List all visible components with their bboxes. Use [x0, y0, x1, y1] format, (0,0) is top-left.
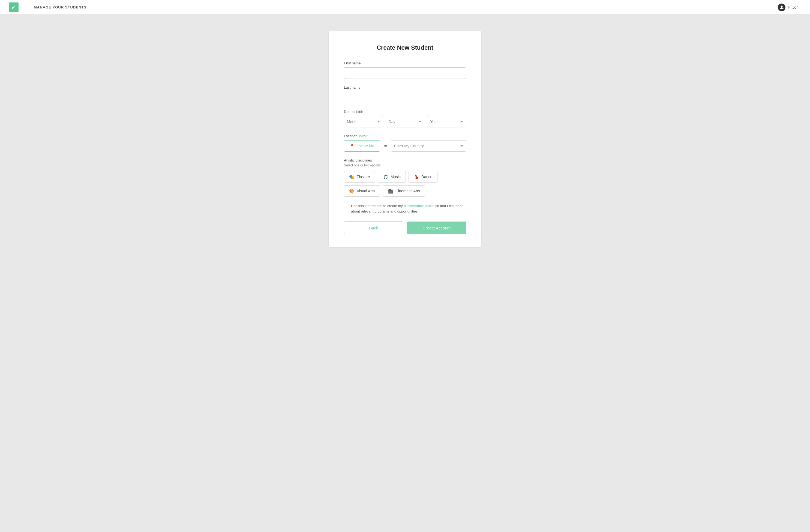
last-name-input[interactable]	[344, 92, 466, 103]
header: ✓ MANAGE YOUR STUDENTS Hi Jon ⌄	[0, 0, 810, 15]
profile-row: Use this information to create my discov…	[344, 203, 466, 214]
discipline-music[interactable]: 🎵 Music	[378, 171, 406, 182]
dob-group: Date of birth Month JanuaryFebruaryMarch…	[344, 110, 466, 127]
main-content: Create New Student First name Last name …	[0, 15, 810, 532]
location-group: Location Why? 📍 Locate Me or Enter My Co…	[344, 134, 466, 152]
create-account-button[interactable]: Create Account	[407, 222, 466, 234]
logo-area: ✓	[0, 0, 27, 15]
dance-icon: 💃	[414, 174, 419, 179]
avatar	[778, 3, 785, 11]
location-row: 📍 Locate Me or Enter My Country United S…	[344, 140, 466, 152]
disciplines-group: Artistic disciplines Select one or two o…	[344, 158, 466, 197]
discipline-dance[interactable]: 💃 Dance	[408, 171, 437, 182]
discipline-visual-arts-label: Visual Arts	[357, 189, 375, 193]
visual-arts-icon: 🎨	[349, 189, 355, 194]
logo-icon: ✓	[9, 2, 18, 12]
dob-label: Date of birth	[344, 110, 466, 114]
discipline-theatre[interactable]: 🎭 Theatre	[344, 171, 375, 182]
why-link[interactable]: Why?	[359, 134, 368, 138]
country-select[interactable]: Enter My Country United States Canada Un…	[391, 140, 466, 152]
music-icon: 🎵	[383, 174, 388, 179]
location-label: Location	[344, 134, 357, 138]
or-text: or	[384, 144, 387, 148]
dob-month-select[interactable]: Month JanuaryFebruaryMarch AprilMayJune …	[344, 116, 383, 127]
dob-day-select[interactable]: Day for(let i=1;i<=31;i++) document.writ…	[386, 116, 425, 127]
disciplines-label: Artistic disciplines	[344, 158, 466, 162]
cinematic-arts-icon: 🎬	[388, 189, 393, 194]
locate-me-button[interactable]: 📍 Locate Me	[344, 140, 380, 152]
user-greeting: Hi Jon	[788, 5, 798, 10]
user-menu[interactable]: Hi Jon ⌄	[778, 3, 804, 11]
discipline-music-label: Music	[391, 175, 401, 179]
logo-checkmark: ✓	[11, 4, 16, 11]
discipline-cinematic-arts-label: Cinematic Arts	[395, 189, 420, 193]
last-name-label: Last name	[344, 85, 466, 90]
action-row: Back Create Account	[344, 222, 466, 234]
pin-icon: 📍	[350, 144, 354, 148]
create-student-card: Create New Student First name Last name …	[329, 31, 481, 247]
profile-text: Use this information to create my discov…	[351, 203, 466, 214]
disciplines-row-2: 🎨 Visual Arts 🎬 Cinematic Arts	[344, 185, 466, 197]
chevron-down-icon: ⌄	[801, 5, 804, 9]
locate-me-label: Locate Me	[356, 144, 374, 148]
disciplines-row: 🎭 Theatre 🎵 Music 💃 Dance	[344, 171, 466, 182]
theatre-icon: 🎭	[349, 174, 355, 179]
disciplines-hint: Select one or two options.	[344, 163, 466, 167]
card-title: Create New Student	[344, 44, 466, 51]
discoverable-profile-checkbox[interactable]	[344, 204, 348, 208]
discipline-visual-arts[interactable]: 🎨 Visual Arts	[344, 185, 380, 197]
first-name-group: First name	[344, 61, 466, 79]
discipline-cinematic-arts[interactable]: 🎬 Cinematic Arts	[383, 185, 425, 197]
profile-text-before: Use this information to create my	[351, 204, 404, 208]
nav-title: MANAGE YOUR STUDENTS	[27, 5, 93, 9]
back-button[interactable]: Back	[344, 222, 403, 234]
last-name-group: Last name	[344, 85, 466, 103]
discipline-theatre-label: Theatre	[357, 175, 370, 179]
first-name-input[interactable]	[344, 67, 466, 79]
dob-year-select[interactable]: Year for(let y=2024;y>=1900;y--) documen…	[427, 116, 466, 127]
svg-point-0	[781, 5, 783, 7]
discoverable-profile-link[interactable]: discoverable profile	[404, 204, 435, 208]
location-label-row: Location Why?	[344, 134, 466, 138]
dob-row: Month JanuaryFebruaryMarch AprilMayJune …	[344, 116, 466, 127]
discipline-dance-label: Dance	[421, 175, 432, 179]
first-name-label: First name	[344, 61, 466, 65]
